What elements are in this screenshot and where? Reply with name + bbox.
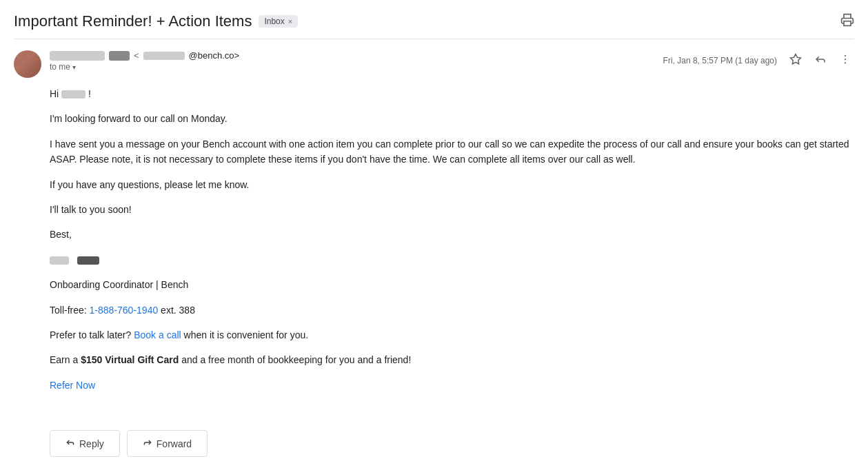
signature-book-call-line: Prefer to talk later? Book a call when i…	[50, 327, 854, 343]
star-icon[interactable]	[787, 50, 805, 71]
sender-email-blur	[143, 52, 185, 60]
chevron-down-icon: ▾	[72, 63, 76, 71]
phone-link[interactable]: 1-888-760-1940	[90, 305, 161, 316]
signature-first-name-blur	[50, 256, 69, 265]
avatar	[14, 50, 41, 78]
sender-angle-bracket: <	[134, 50, 139, 61]
svg-point-2	[845, 55, 846, 57]
forward-button-label: Forward	[157, 438, 192, 449]
reply-icon[interactable]	[811, 50, 829, 71]
signature-section: Best, Onboarding Coordinator | Bench Tol…	[50, 227, 854, 393]
badge-close-icon[interactable]: ×	[288, 17, 292, 25]
reply-button-label: Reply	[79, 438, 104, 449]
inbox-badge[interactable]: Inbox ×	[259, 15, 298, 28]
earn-text: Earn a	[50, 354, 78, 365]
talk-later-text: Prefer to talk later?	[50, 329, 131, 340]
svg-point-3	[845, 59, 846, 60]
email-message-header: < @bench.co> to me ▾ Fri, Jan 8, 5:57 PM…	[14, 39, 854, 86]
signature-phone-line: Toll-free: 1-888-760-1940 ext. 388	[50, 303, 854, 318]
greeting-line: Hi !	[50, 86, 854, 101]
signature-name-line	[50, 252, 854, 267]
body-paragraph-4: I'll talk to you soon!	[50, 202, 854, 217]
signature-earn-line: Earn a $150 Virtual Gift Card and a free…	[50, 352, 854, 367]
gift-card-text: $150 Virtual Gift Card	[81, 354, 179, 365]
greeting-hi: Hi	[50, 88, 59, 99]
more-options-icon[interactable]	[836, 50, 854, 71]
to-me-dropdown[interactable]: to me ▾	[50, 62, 655, 72]
email-body: Hi ! I'm looking forward to our call on …	[14, 86, 854, 416]
svg-rect-0	[844, 21, 851, 25]
signature-title: Onboarding Coordinator | Bench	[50, 277, 854, 292]
timestamp: Fri, Jan 8, 5:57 PM (1 day ago)	[663, 56, 777, 65]
phone-ext: ext. 388	[161, 305, 195, 316]
inbox-label: Inbox	[264, 17, 284, 26]
recipient-name-blur	[61, 90, 85, 99]
email-subject: Important Reminder! + Action Items	[14, 12, 252, 30]
reply-button-icon	[65, 438, 75, 449]
sender-email-suffix: @bench.co>	[189, 50, 240, 61]
body-paragraph-1: I'm looking forward to our call on Monda…	[50, 111, 854, 126]
book-call-link[interactable]: Book a call	[134, 329, 183, 340]
phone-label: Toll-free:	[50, 305, 87, 316]
greeting-punctuation: !	[88, 88, 91, 99]
sender-name-blur	[50, 51, 105, 61]
subject-bar: Important Reminder! + Action Items Inbox…	[14, 0, 854, 39]
signature-last-name-blur	[77, 256, 99, 265]
svg-point-4	[845, 62, 846, 63]
to-me-label: to me	[50, 62, 70, 72]
reply-button[interactable]: Reply	[50, 430, 120, 457]
body-paragraph-3: If you have any questions, please let me…	[50, 177, 854, 192]
print-icon[interactable]	[840, 13, 854, 30]
forward-button[interactable]: Forward	[127, 430, 208, 457]
action-buttons: Reply Forward	[14, 416, 854, 470]
sender-info: < @bench.co> to me ▾	[50, 50, 655, 72]
sender-name-blur2	[109, 51, 130, 61]
earn-suffix: and a free month of bookkeeping for you …	[181, 354, 411, 365]
signature-refer-line: Refer Now	[50, 378, 854, 393]
signature-best: Best,	[50, 227, 854, 242]
email-meta-right: Fri, Jan 8, 5:57 PM (1 day ago)	[663, 50, 854, 71]
body-paragraph-2: I have sent you a message on your Bench …	[50, 136, 854, 167]
refer-now-link[interactable]: Refer Now	[50, 380, 95, 391]
book-call-suffix: when it is convenient for you.	[184, 329, 309, 340]
svg-marker-1	[791, 54, 801, 64]
forward-button-icon	[143, 438, 152, 449]
